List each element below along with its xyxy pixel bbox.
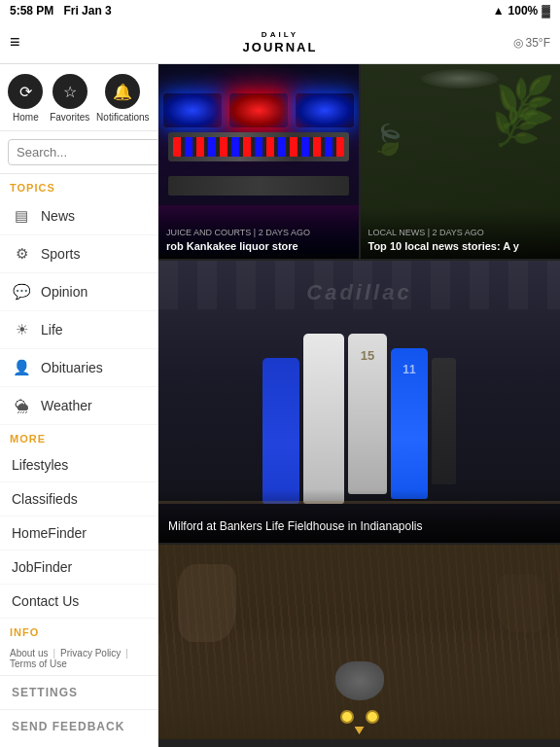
sidebar-item-homefinder[interactable]: HomeFinder <box>0 516 158 551</box>
sidebar-item-life[interactable]: ☀ Life <box>0 311 158 349</box>
owl-eyes <box>331 710 389 724</box>
basketball-card-overlay: Milford at Bankers Life Fieldhouse in In… <box>158 489 560 543</box>
police-lights <box>158 93 359 127</box>
police-card-overlay: JUICE AND COURTS | 2 DAYS AGO rob Kankak… <box>158 208 359 259</box>
menu-button[interactable]: ≡ <box>10 32 20 53</box>
app-title: DAILY JOURNAL <box>243 30 318 54</box>
search-row: Search <box>0 131 158 174</box>
basketball-card-title: Milford at Bankers Life Fieldhouse in In… <box>168 518 550 535</box>
cannabis-card-tag: LOCAL NEWS | 2 DAYS AGO <box>368 228 553 237</box>
sidebar-item-opinion[interactable]: 💬 Opinion <box>0 273 158 311</box>
owl-left-eye <box>340 710 354 724</box>
weather-display: ◎ 35°F <box>513 36 550 50</box>
info-header: INFO <box>0 619 158 642</box>
nav-home[interactable]: ⟳ Home <box>8 74 43 123</box>
news-icon: ▤ <box>12 206 31 226</box>
terms-link[interactable]: Terms of Use <box>10 658 67 669</box>
sidebar-item-news[interactable]: ▤ News <box>0 197 158 235</box>
topics-header: TOPICS <box>0 174 158 197</box>
settings-row[interactable]: SETTINGS <box>0 675 158 709</box>
battery-indicator: 100% <box>508 4 539 18</box>
owl-face <box>331 661 389 710</box>
sidebar-item-jobfinder[interactable]: JobFinder <box>0 551 158 585</box>
sidebar-item-sports[interactable]: ⚙ Sports <box>0 235 158 273</box>
nav-favorites[interactable]: ☆ Favorites <box>50 74 89 123</box>
police-card-title: rob Kankakee liquor store <box>166 239 351 253</box>
sidebar-item-classifieds[interactable]: Classifieds <box>0 482 158 516</box>
status-indicators: ▲ 100% ▓ <box>493 4 550 18</box>
search-input[interactable] <box>8 139 158 165</box>
owl-card[interactable] <box>158 545 560 739</box>
police-card[interactable]: JUICE AND COURTS | 2 DAYS AGO rob Kankak… <box>158 64 359 259</box>
temperature: 35°F <box>526 36 550 50</box>
content-area: JUICE AND COURTS | 2 DAYS AGO rob Kankak… <box>158 64 560 747</box>
more-header: MORE <box>0 425 158 448</box>
sidebar-item-lifestyles[interactable]: Lifestyles <box>0 448 158 482</box>
basketball-card[interactable]: Cadillac 15 <box>158 261 560 543</box>
weather-icon: ◎ <box>513 36 523 50</box>
battery-icon: ▓ <box>542 4 550 18</box>
sidebar: ⟳ Home ☆ Favorites 🔔 Notifications Searc… <box>0 64 158 747</box>
info-links-row: About us | Privacy Policy | Terms of Use <box>0 642 158 675</box>
favorites-icon: ☆ <box>52 74 88 109</box>
app-header: ≡ DAILY JOURNAL ◎ 35°F <box>0 21 560 64</box>
wifi-icon: ▲ <box>493 4 505 18</box>
status-bar: 5:58 PM Fri Jan 3 ▲ 100% ▓ <box>0 0 560 21</box>
privacy-link[interactable]: Privacy Policy <box>60 648 121 658</box>
opinion-icon: 💬 <box>12 282 31 302</box>
about-link[interactable]: About us <box>10 648 48 658</box>
owl-right-eye <box>366 710 379 724</box>
obituaries-icon: 👤 <box>12 358 31 377</box>
police-card-tag: JUICE AND COURTS | 2 DAYS AGO <box>166 228 351 237</box>
life-icon: ☀ <box>12 320 31 339</box>
cannabis-card[interactable]: 🌿 🌿 🍃 LOCAL NEWS | 2 DAYS AGO Top 10 loc… <box>361 64 561 259</box>
top-cards-row: JUICE AND COURTS | 2 DAYS AGO rob Kankak… <box>158 64 560 259</box>
main-layout: ⟳ Home ☆ Favorites 🔔 Notifications Searc… <box>0 64 560 747</box>
sidebar-item-weather[interactable]: 🌦 Weather <box>0 387 158 425</box>
home-icon: ⟳ <box>8 74 43 109</box>
nav-icons-row: ⟳ Home ☆ Favorites 🔔 Notifications <box>0 64 158 131</box>
police-bar <box>168 132 349 161</box>
status-time: 5:58 PM Fri Jan 3 <box>10 4 112 18</box>
nav-notifications[interactable]: 🔔 Notifications <box>96 74 149 123</box>
sidebar-item-obituaries[interactable]: 👤 Obituaries <box>0 349 158 387</box>
notifications-icon: 🔔 <box>105 74 140 109</box>
feedback-row[interactable]: SEND FEEDBACK <box>0 709 158 743</box>
sports-icon: ⚙ <box>12 244 31 264</box>
cannabis-card-overlay: LOCAL NEWS | 2 DAYS AGO Top 10 local new… <box>361 208 561 259</box>
sidebar-item-contact[interactable]: Contact Us <box>0 585 158 619</box>
weather-nav-icon: 🌦 <box>12 396 31 415</box>
cannabis-card-title: Top 10 local news stories: A y <box>368 239 553 253</box>
